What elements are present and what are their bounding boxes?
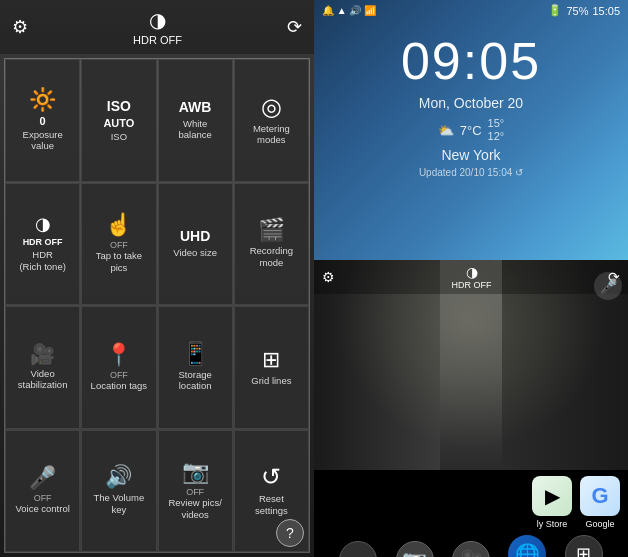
recording-icon: 🎬	[258, 219, 285, 241]
tap-icon: ☝	[105, 214, 132, 236]
location-label: Location tags	[91, 380, 148, 391]
video-dock-icon: 🎥	[452, 541, 490, 557]
exposure-value: 0	[40, 115, 46, 127]
video-stab-cell[interactable]: 🎥 Videostabilization	[5, 306, 80, 429]
voice-cell[interactable]: 🎤 OFF Voice control	[5, 430, 80, 553]
hdr-cell-label: HDR(Rich tone)	[19, 249, 65, 272]
apps-dock-item[interactable]: ⊞ Apps	[565, 535, 603, 557]
battery-text: 75%	[566, 5, 588, 17]
metering-label: Meteringmodes	[253, 123, 290, 146]
tap-label: Tap to takepics	[96, 250, 142, 273]
apps-dock-icon: ⊞	[565, 535, 603, 557]
recording-cell[interactable]: 🎬 Recordingmode	[234, 183, 309, 306]
review-icon: 📷	[182, 461, 209, 483]
voice-label: Voice control	[15, 503, 69, 514]
internet-dock-icon: 🌐	[508, 535, 546, 557]
home-apps-row: ▶ ly Store G Google	[314, 470, 628, 529]
hdr-cell[interactable]: ◑ HDR OFF HDR(Rich tone)	[5, 183, 80, 306]
uhd-icon: UHD	[180, 229, 210, 243]
video-dock-item[interactable]: 🎥	[452, 541, 490, 557]
grid-icon: ⊞	[262, 349, 280, 371]
mode-dock-item[interactable]: MODE	[339, 541, 377, 557]
weather-icon: ⛅	[438, 123, 454, 138]
video-stab-label: Videostabilization	[18, 368, 68, 391]
google-icon: G	[580, 476, 620, 516]
city-display: New York	[314, 147, 628, 163]
hdr-icon: ◑	[149, 8, 166, 32]
video-size-cell[interactable]: UHD Video size	[158, 183, 233, 306]
play-store-icon: ▶	[532, 476, 572, 516]
awb-icon: AWB	[179, 100, 212, 114]
battery-icon: 🔋	[548, 4, 562, 17]
exposure-icon: 🔆	[29, 89, 56, 111]
internet-dock-item[interactable]: 🌐 Internet	[508, 535, 546, 557]
storage-label: Storagelocation	[178, 369, 211, 392]
camera-settings-mini-icon[interactable]: ⚙	[322, 269, 335, 285]
metering-icon: ◎	[261, 95, 282, 119]
recording-label: Recordingmode	[250, 245, 293, 268]
camera-rotate-icon[interactable]: ⟳	[287, 16, 302, 38]
time-display-area: 09:05 Mon, October 20 ⛅ 7°C 15° 12° New …	[314, 21, 628, 183]
google-app[interactable]: G Google	[580, 476, 620, 529]
date-display: Mon, October 20	[314, 95, 628, 111]
grid-cell[interactable]: ⊞ Grid lines	[234, 306, 309, 429]
camera-dock-icon: 📷	[396, 541, 434, 557]
location-cell[interactable]: 📍 OFF Location tags	[81, 306, 156, 429]
temp-low: 12°	[488, 130, 505, 143]
volume-cell[interactable]: 🔊 The Volumekey	[81, 430, 156, 553]
grid-label: Grid lines	[251, 375, 291, 386]
camera-mini-bar: ⚙ ◑ HDR OFF ⟳ 🎤	[314, 260, 628, 294]
iso-icon: ISO	[107, 99, 131, 113]
camera-top-bar: ⚙ ◑ HDR OFF ⟳	[0, 0, 314, 54]
hdr-toggle[interactable]: ◑ HDR OFF	[133, 8, 182, 46]
review-cell[interactable]: 📷 OFF Review pics/videos	[158, 430, 233, 553]
help-button[interactable]: ?	[276, 519, 304, 547]
clock-status: 15:05	[592, 5, 620, 17]
status-left-icons: 🔔 ▲ 🔊 📶	[322, 5, 376, 16]
hdr-mini-label: HDR OFF	[452, 280, 492, 290]
video-stab-icon: 🎥	[30, 344, 55, 364]
volume-icon: 🔊	[105, 466, 132, 488]
settings-grid: 🔆 0 Exposurevalue ISO AUTO ISO AWB White…	[4, 58, 310, 553]
hdr-mini-icon: ◑	[466, 264, 478, 280]
tap-off-badge: OFF	[110, 240, 128, 250]
settings-icon[interactable]: ⚙	[12, 16, 28, 38]
play-store-app[interactable]: ▶ ly Store	[532, 476, 572, 529]
iso-cell[interactable]: ISO AUTO ISO	[81, 59, 156, 182]
mode-icon: MODE	[339, 541, 377, 557]
reset-label: Resetsettings	[255, 493, 288, 516]
home-screen-bottom: ▶ ly Store G Google MODE 📷 🎥 🌐 Internet	[314, 470, 628, 557]
hdr-cell-value: HDR OFF	[23, 237, 63, 247]
weather-display: ⛅ 7°C 15° 12°	[314, 117, 628, 143]
notification-icons: 🔔 ▲ 🔊 📶	[322, 5, 376, 16]
temp-main: 7°C	[460, 123, 482, 138]
awb-label: Whitebalance	[178, 118, 211, 141]
updated-display: Updated 20/10 15:04 ↺	[314, 167, 628, 178]
status-bar: 🔔 ▲ 🔊 📶 🔋 75% 15:05	[314, 0, 628, 21]
voice-search-button[interactable]: 🎤	[594, 272, 622, 300]
storage-cell[interactable]: 📱 Storagelocation	[158, 306, 233, 429]
play-store-label: ly Store	[537, 519, 568, 529]
location-icon: 📍	[105, 344, 132, 366]
camera-mini-view: ⚙ ◑ HDR OFF ⟳ 🎤	[314, 260, 628, 470]
exposure-label: Exposurevalue	[23, 129, 63, 152]
storage-icon: 📱	[182, 343, 209, 365]
tap-take-cell[interactable]: ☝ OFF Tap to takepics	[81, 183, 156, 306]
iso-label: ISO	[111, 131, 127, 142]
iso-value: AUTO	[103, 117, 134, 129]
voice-icon: 🎤	[29, 467, 56, 489]
google-label: Google	[585, 519, 614, 529]
exposure-cell[interactable]: 🔆 0 Exposurevalue	[5, 59, 80, 182]
reset-icon: ↺	[261, 465, 281, 489]
temp-high: 15°	[488, 117, 505, 130]
voice-off-badge: OFF	[34, 493, 52, 503]
camera-settings-panel: ⚙ ◑ HDR OFF ⟳ 🔆 0 Exposurevalue ISO AUTO…	[0, 0, 314, 557]
camera-dock-item[interactable]: 📷	[396, 541, 434, 557]
dock-bar: MODE 📷 🎥 🌐 Internet ⊞ Apps	[314, 529, 628, 557]
phone-display-panel: 🔔 ▲ 🔊 📶 🔋 75% 15:05 09:05 Mon, October 2…	[314, 0, 628, 557]
metering-cell[interactable]: ◎ Meteringmodes	[234, 59, 309, 182]
volume-label: The Volumekey	[94, 492, 145, 515]
awb-cell[interactable]: AWB Whitebalance	[158, 59, 233, 182]
hdr-label: HDR OFF	[133, 34, 182, 46]
review-label: Review pics/videos	[168, 497, 221, 520]
